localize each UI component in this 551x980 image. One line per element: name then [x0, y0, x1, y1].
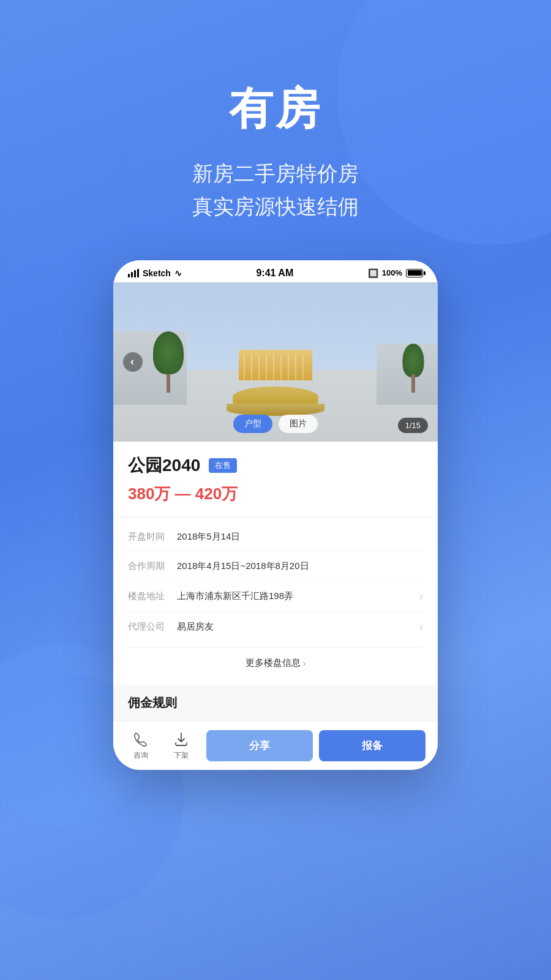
app-title: 有房	[0, 80, 551, 138]
consult-button[interactable]: 咨询	[126, 731, 156, 761]
building-center	[239, 350, 312, 380]
coop-period-row: 合作周期 2018年4月15日~2018年8月20日	[128, 552, 423, 581]
more-info-link[interactable]: 更多楼盘信息 ›	[128, 647, 423, 679]
address-row[interactable]: 楼盘地址 上海市浦东新区千汇路198弄 ›	[128, 581, 423, 612]
more-arrow-icon: ›	[303, 658, 306, 668]
delist-button[interactable]: 下架	[166, 731, 197, 761]
property-title-row: 公园2040 在售	[128, 454, 423, 477]
report-button[interactable]: 报备	[319, 730, 425, 761]
agent-label: 代理公司	[128, 621, 177, 633]
status-left: Sketch ∿	[128, 268, 182, 278]
photos-button[interactable]: 图片	[279, 415, 318, 433]
agent-row[interactable]: 代理公司 易居房友 ›	[128, 612, 423, 642]
agent-value: 易居房友	[177, 621, 419, 633]
carrier-label: Sketch	[143, 268, 171, 278]
property-status-tag: 在售	[209, 458, 237, 473]
more-info-text: 更多楼盘信息	[246, 657, 301, 669]
consult-label: 咨询	[133, 750, 148, 761]
signal-icon	[128, 269, 139, 277]
agent-arrow-icon: ›	[419, 620, 423, 633]
phone-mockup: Sketch ∿ 9:41 AM 🔲 100%	[113, 260, 438, 770]
info-rows: 开盘时间 2018年5月14日 合作周期 2018年4月15日~2018年8月2…	[128, 518, 423, 647]
scene-pedestal-base	[227, 404, 324, 416]
subtitle-line1: 新房二手房特价房	[0, 157, 551, 190]
battery-icon	[406, 269, 423, 277]
delist-label: 下架	[174, 750, 189, 761]
property-name: 公园2040	[128, 454, 200, 477]
header-section: 有房 新房二手房特价房 真实房源快速结佣	[0, 0, 551, 260]
subtitle-line2: 真实房源快速结佣	[0, 190, 551, 223]
phone-icon	[132, 731, 149, 748]
open-date-value: 2018年5月14日	[177, 531, 423, 543]
commission-section: 佣金规则	[113, 685, 438, 721]
commission-title: 佣金规则	[128, 695, 423, 711]
status-bar: Sketch ∿ 9:41 AM 🔲 100%	[113, 260, 438, 282]
address-arrow-icon: ›	[419, 590, 423, 603]
open-date-row: 开盘时间 2018年5月14日	[128, 522, 423, 552]
action-buttons-group: 分享 报备	[206, 730, 425, 761]
address-label: 楼盘地址	[128, 590, 177, 602]
battery-fill	[408, 270, 422, 276]
share-button[interactable]: 分享	[206, 730, 313, 761]
tree-right	[401, 344, 425, 393]
delist-icon	[173, 731, 190, 748]
image-counter: 1/15	[398, 418, 428, 433]
coop-period-value: 2018年4月15日~2018年8月20日	[177, 560, 423, 572]
property-info-section: 公园2040 在售 380万 — 420万 开盘时间 2018年5月14日 合作…	[113, 442, 438, 679]
property-image: ‹ 户型 图片 1/15	[113, 282, 438, 442]
coop-period-label: 合作周期	[128, 560, 177, 572]
open-date-label: 开盘时间	[128, 531, 177, 543]
bottom-action-bar: 咨询 下架 分享 报备	[113, 721, 438, 770]
chevron-left-icon: ‹	[130, 355, 134, 368]
bluetooth-icon: 🔲	[368, 268, 378, 278]
floor-plan-button[interactable]: 户型	[233, 415, 272, 433]
status-right: 🔲 100%	[368, 268, 423, 278]
wifi-icon: ∿	[174, 268, 182, 278]
back-button[interactable]: ‹	[123, 352, 143, 372]
status-time: 9:41 AM	[256, 268, 293, 279]
phone-container: Sketch ∿ 9:41 AM 🔲 100%	[0, 260, 551, 770]
tree-left	[150, 331, 187, 393]
address-value: 上海市浦东新区千汇路198弄	[177, 590, 419, 602]
battery-percent: 100%	[382, 268, 402, 277]
image-type-controls: 户型 图片	[233, 415, 318, 433]
property-price: 380万 — 420万	[128, 483, 423, 505]
app-subtitle: 新房二手房特价房 真实房源快速结佣	[0, 157, 551, 224]
